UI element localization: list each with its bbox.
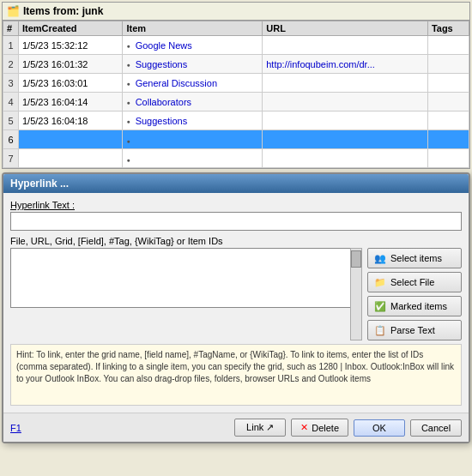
row-item-cell: Collaborators [123, 93, 263, 111]
help-link[interactable]: F1 [10, 423, 21, 433]
row-tags-cell [427, 36, 469, 55]
row-created-cell: 1/5/23 15:32:12 [19, 36, 123, 55]
hyperlink-dialog: Hyperlink ... Hyperlink Text : File, URL… [2, 172, 470, 443]
row-created-cell: 1/5/23 16:04:18 [19, 111, 123, 130]
data-grid: # ItemCreated Item URL Tags 11/5/23 15:3… [3, 21, 469, 168]
table-row[interactable]: 41/5/23 16:04:14Collaborators [3, 93, 469, 111]
row-item-cell: General Discussion [123, 74, 263, 93]
action-buttons-col: 👥 Select items 📁 Select File ✅ Marked it… [367, 248, 462, 340]
delete-icon: ✕ [300, 422, 308, 433]
row-tags-cell [427, 130, 469, 149]
row-num-cell: 2 [3, 55, 19, 74]
col-header-url[interactable]: URL [263, 21, 428, 36]
row-created-cell: 1/5/23 16:01:32 [19, 55, 123, 74]
second-row: 👥 Select items 📁 Select File ✅ Marked it… [10, 248, 462, 340]
row-item-cell: Suggestions [123, 111, 263, 130]
marked-items-button[interactable]: ✅ Marked items [367, 296, 462, 316]
row-num-cell: 6 [3, 130, 19, 149]
row-url-cell: http://infoqubeim.com/dr... [263, 55, 428, 74]
footer-buttons: Link ↗ ✕ Delete OK Cancel [234, 419, 462, 437]
second-field-label: File, URL, Grid, [Field], #Tag, {WikiTag… [10, 236, 462, 246]
col-header-tags[interactable]: Tags [427, 21, 469, 36]
select-items-icon: 👥 [373, 251, 387, 265]
col-header-num[interactable]: # [3, 21, 19, 36]
row-url-cell [263, 36, 428, 55]
select-items-button[interactable]: 👥 Select items [367, 248, 462, 268]
row-created-cell [19, 130, 123, 149]
cancel-button[interactable]: Cancel [410, 419, 462, 437]
marked-items-icon: ✅ [373, 299, 387, 313]
row-item-cell [123, 149, 263, 168]
link-button[interactable]: Link ↗ [234, 419, 286, 437]
textarea-container [10, 248, 362, 340]
table-row[interactable]: 51/5/23 16:04:18Suggestions [3, 111, 469, 130]
row-url-cell [263, 149, 428, 168]
row-tags-cell [427, 149, 469, 168]
hyperlink-text-input[interactable] [10, 212, 462, 231]
grid-icon: 🗂️ [6, 4, 20, 18]
delete-button[interactable]: ✕ Delete [291, 419, 348, 437]
select-file-icon: 📁 [373, 275, 387, 289]
row-url-cell [263, 130, 428, 149]
row-created-cell: 1/5/23 16:03:01 [19, 74, 123, 93]
col-header-item[interactable]: Item [123, 21, 263, 36]
grid-title: Items from: junk [23, 5, 103, 17]
table-row[interactable]: 7 [3, 149, 469, 168]
row-item-cell: Google News [123, 36, 263, 55]
table-row[interactable]: 21/5/23 16:01:32Suggestionshttp://infoqu… [3, 55, 469, 74]
row-created-cell: 1/5/23 16:04:14 [19, 93, 123, 111]
select-file-button[interactable]: 📁 Select File [367, 272, 462, 292]
table-row[interactable]: 11/5/23 15:32:12Google News [3, 36, 469, 55]
row-tags-cell [427, 55, 469, 74]
parse-text-icon: 📋 [373, 323, 387, 337]
hyperlink-text-label: Hyperlink Text : [10, 200, 462, 210]
scrollbar-thumb [351, 250, 361, 268]
row-num-cell: 1 [3, 36, 19, 55]
row-num-cell: 7 [3, 149, 19, 168]
scrollbar[interactable] [350, 248, 362, 340]
table-row[interactable]: 6 [3, 130, 469, 149]
ok-button[interactable]: OK [354, 419, 405, 437]
row-url-cell [263, 74, 428, 93]
row-num-cell: 4 [3, 93, 19, 111]
row-url-cell [263, 111, 428, 130]
col-header-created[interactable]: ItemCreated [19, 21, 123, 36]
row-url-cell [263, 93, 428, 111]
second-field-textarea[interactable] [10, 248, 362, 308]
row-tags-cell [427, 74, 469, 93]
row-num-cell: 5 [3, 111, 19, 130]
row-num-cell: 3 [3, 74, 19, 93]
dialog-title: Hyperlink ... [3, 174, 469, 193]
grid-panel: 🗂️ Items from: junk # ItemCreated Item U… [2, 2, 470, 169]
row-tags-cell [427, 111, 469, 130]
grid-title-bar: 🗂️ Items from: junk [3, 3, 469, 21]
hint-box: Hint: To link, enter the grid name, [fie… [10, 344, 462, 406]
parse-text-button[interactable]: 📋 Parse Text [367, 320, 462, 340]
table-row[interactable]: 31/5/23 16:03:01General Discussion [3, 74, 469, 93]
row-item-cell [123, 130, 263, 149]
dialog-footer: F1 Link ↗ ✕ Delete OK Cancel [3, 413, 469, 442]
row-item-cell: Suggestions [123, 55, 263, 74]
row-created-cell [19, 149, 123, 168]
row-tags-cell [427, 93, 469, 111]
dialog-body: Hyperlink Text : File, URL, Grid, [Field… [3, 193, 469, 413]
